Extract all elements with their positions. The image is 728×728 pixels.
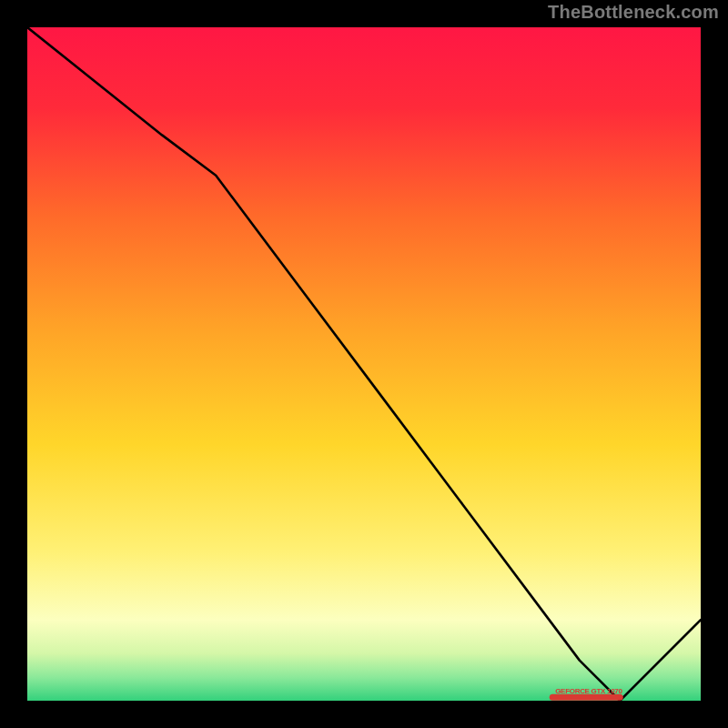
plot-frame: GEFORCE GTX 1070	[27, 27, 701, 701]
optimal-marker-label: GEFORCE GTX 1070	[555, 687, 622, 695]
chart-svg	[27, 27, 701, 701]
gradient-background	[27, 27, 701, 701]
plot-area: GEFORCE GTX 1070	[27, 27, 701, 701]
chart-root: TheBottleneck.com GEFORCE GTX 1070	[0, 0, 728, 728]
watermark-text: TheBottleneck.com	[548, 2, 719, 23]
